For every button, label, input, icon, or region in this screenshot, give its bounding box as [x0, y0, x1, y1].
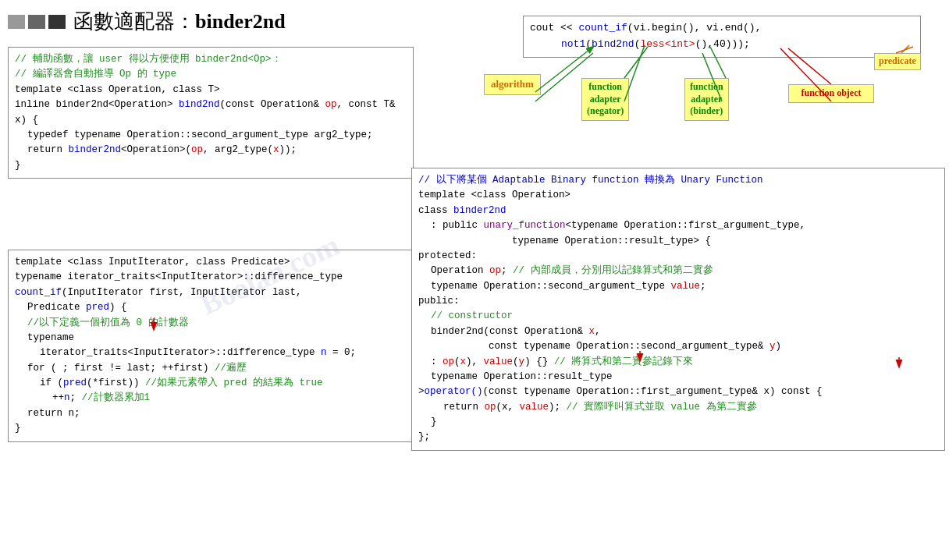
rc-line8: public:: [418, 294, 938, 309]
bl-line7: iterator_traits<InputIterator>::differen…: [15, 346, 407, 360]
rc-line5: protected:: [418, 249, 938, 264]
tl-comment2: // 編譯器會自動推導 Op 的 type: [15, 67, 407, 82]
top-left-code-box: // 輔助函數，讓 user 得以方便使用 binder2nd<Op>： // …: [8, 47, 414, 179]
rc-line16: }: [418, 415, 938, 430]
rc-line12: : op(x), value(y) {} // 將算式和第二實參記錄下來: [418, 355, 938, 370]
bl-line5: //以下定義一個初值為 0 的計數器: [15, 316, 407, 331]
predicate-label: predicate: [874, 53, 921, 70]
bottom-left-code-box: template <class InputIterator, class Pre…: [8, 250, 414, 442]
tl-line7: }: [15, 158, 407, 173]
bl-line1: template <class InputIterator, class Pre…: [15, 255, 407, 270]
less-call: less<int>: [640, 38, 695, 50]
bl-line3: count_if(InputIterator first, InputItera…: [15, 285, 407, 300]
rc-line13: typename Operation::result_type: [418, 370, 938, 385]
rc-line14: >operator()(const typename Operation::fi…: [418, 385, 938, 399]
bl-line6: typename: [15, 331, 407, 346]
rc-line7: typename Operation::second_argument_type…: [418, 279, 938, 294]
bl-line10: ++n; //計數器累加1: [15, 391, 407, 406]
bl-line9: if (pred(*first)) //如果元素帶入 pred 的結果為 tru…: [15, 376, 407, 391]
rc-line6: Operation op; // 內部成員，分別用以記錄算式和第二實參: [418, 264, 938, 278]
cout-line-1: cout << count_if(vi.begin(), vi.end(),: [530, 20, 914, 37]
function-object-label: function object: [788, 84, 874, 103]
tl-line3: template <class Operation, class T>: [15, 83, 407, 97]
bind2nd-call: bind2nd: [592, 38, 634, 50]
cout-code-box: cout << count_if(vi.begin(), vi.end(), n…: [523, 16, 921, 58]
rc-line9: // constructor: [418, 309, 938, 324]
rc-line2: class binder2nd: [418, 204, 938, 218]
rc-line11: const typename Operation::second_argumen…: [418, 339, 938, 354]
rc-line15: return op(x, value); // 實際呼叫算式並取 value 為…: [418, 400, 938, 415]
bl-line12: }: [15, 421, 407, 436]
title-bars: [8, 15, 66, 29]
bl-line2: typename iterator_traits<InputIterator>:…: [15, 270, 407, 285]
tl-line6: return binder2nd<Operation>(op, arg2_typ…: [15, 143, 407, 158]
bl-line4: Predicate pred) {: [15, 300, 407, 315]
bl-line11: return n;: [15, 406, 407, 421]
title-prefix: 函數適配器：: [73, 10, 195, 33]
function-adapter-negator-label: functionadapter(negator): [581, 78, 629, 121]
right-code-box: // 以下將某個 Adaptable Binary function 轉換為 U…: [411, 168, 945, 451]
title-bold: binder2nd: [195, 10, 286, 33]
tl-line4: inline binder2nd<Operation> bind2nd(cons…: [15, 97, 407, 128]
title-bar-3: [48, 15, 66, 29]
rc-line1: template <class Operation>: [418, 188, 938, 203]
rc-comment1: // 以下將某個 Adaptable Binary function 轉換為 U…: [418, 173, 938, 188]
title-area: 函數適配器：binder2nd: [8, 8, 286, 35]
rc-line4: typename Operation::result_type> {: [418, 234, 938, 249]
bl-line8: for ( ; first != last; ++first) //遍歷: [15, 361, 407, 376]
function-adapter-binder-label: functionadapter(binder): [684, 78, 729, 121]
rc-line3: : public unary_function<typename Operati…: [418, 218, 938, 233]
not1-call: not1: [561, 38, 585, 50]
rc-line17: };: [418, 430, 938, 445]
cout-line-2: not1(bind2nd(less<int>(),40)));: [530, 37, 914, 53]
tl-comment1: // 輔助函數，讓 user 得以方便使用 binder2nd<Op>：: [15, 52, 407, 67]
algorithm-label: algorithm: [484, 74, 541, 95]
tl-line5: typedef typename Operation::second_argum…: [15, 128, 407, 143]
rc-line10: binder2nd(const Operation& x,: [418, 324, 938, 339]
title-bar-2: [28, 15, 45, 29]
page-title: 函數適配器：binder2nd: [73, 8, 286, 35]
count-if-call: count_if: [578, 22, 627, 34]
title-bar-1: [8, 15, 25, 29]
